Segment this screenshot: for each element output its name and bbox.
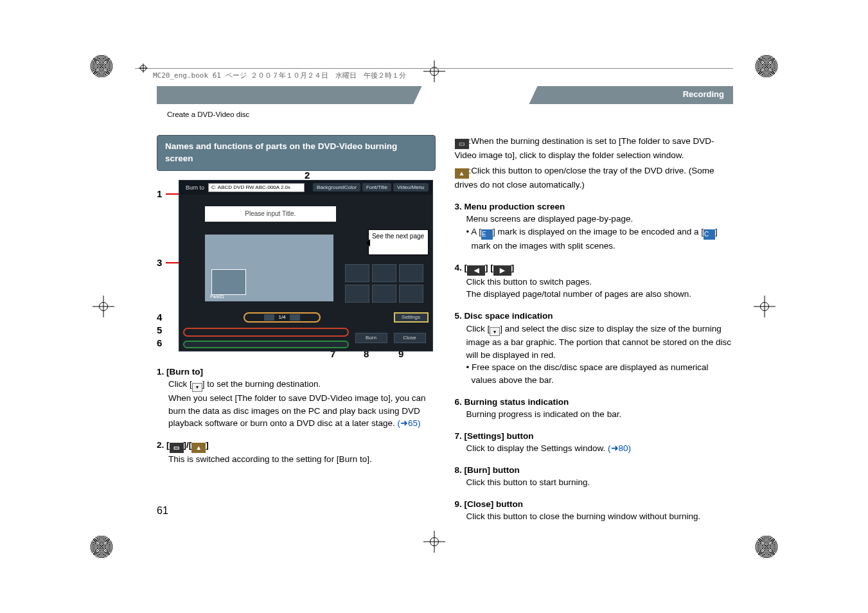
item-8-line1: Click this button to start burning. xyxy=(466,476,734,489)
burn-button[interactable]: Burn xyxy=(355,333,387,343)
layout-tile[interactable] xyxy=(345,285,369,303)
layout-tile[interactable] xyxy=(399,285,423,303)
page-body: Names and functions of parts on the DVD-… xyxy=(157,135,733,520)
item-3-bullet: • A [E] mark is displayed on the image t… xyxy=(466,226,734,253)
layout-tile[interactable] xyxy=(345,264,369,282)
layout-tile[interactable] xyxy=(399,264,423,282)
layout-tile[interactable] xyxy=(372,264,396,282)
folder-desc: ▭:When the burning destination is set to… xyxy=(455,135,734,162)
thumb-caption: Park01 xyxy=(210,294,224,299)
item-6-head: 6. Burning status indication xyxy=(455,396,734,409)
item-6-line1: Burning progress is indicated on the bar… xyxy=(466,408,734,421)
item-7-line1: Click to display the Settings window. (➜… xyxy=(466,442,734,455)
item-1-line2: When you select [The folder to save DVD-… xyxy=(168,392,436,430)
folder-icon: ▭ xyxy=(455,139,469,149)
burn-to-label: Burn to xyxy=(186,184,204,191)
item-3-head: 3. Menu production screen xyxy=(455,200,734,213)
settings-button[interactable]: Settings xyxy=(394,312,429,323)
burn-to-dropdown[interactable]: C: ABCD DVD RW ABC-000A 2.0x xyxy=(208,183,305,192)
dropdown-icon: ▾ xyxy=(490,327,500,336)
menu-thumbnail xyxy=(211,269,246,295)
page-next-icon[interactable] xyxy=(290,314,300,321)
right-column: ▭:When the burning destination is set to… xyxy=(455,135,734,520)
callout-line xyxy=(166,262,180,263)
close-button[interactable]: Close xyxy=(394,333,426,343)
banner-gap xyxy=(413,86,537,104)
item-4-line1: Click this button to switch pages. xyxy=(466,276,734,289)
item-1: 1. [Burn to] Click [▾] to set the burnin… xyxy=(157,366,436,430)
title-input[interactable]: Please input Title. xyxy=(205,206,336,222)
registration-mark-tr xyxy=(755,55,778,78)
page-right-icon: ▶ xyxy=(493,265,511,276)
item-5-bullet: • Free space on the disc/disc space are … xyxy=(466,361,734,386)
folder-icon: ▭ xyxy=(170,443,184,453)
item-8-head: 8. [Burn] button xyxy=(455,464,734,477)
shot-toolbar: Burn to C: ABCD DVD RW ABC-000A 2.0x Bac… xyxy=(179,181,432,195)
eject-icon: ▲ xyxy=(455,168,469,179)
callout-4: 4 xyxy=(157,312,162,323)
tab-bgcolor[interactable]: BackgroundColor xyxy=(313,183,360,191)
xref-80-link[interactable]: (➜80) xyxy=(608,443,631,453)
item-4: 4. [◀] [▶] Click this button to switch p… xyxy=(455,262,734,301)
disc-space-bar xyxy=(183,328,349,337)
header-filename: MC20_eng.book 61 ページ ２００７年１０月２４日 水曜日 午後２… xyxy=(153,71,406,80)
see-next-page-callout: See the next page xyxy=(368,229,429,255)
item-3: 3. Menu production screen Menu screens a… xyxy=(455,200,734,253)
menu-preview: Park01 xyxy=(205,235,333,301)
item-5-line1: Click [▾] and select the disc size to di… xyxy=(466,323,734,362)
item-9-line1: Click this button to close the burning w… xyxy=(466,510,734,523)
screenshot-figure: 1 2 3 4 5 6 7 8 9 Burn to C: ABCD DVD RW… xyxy=(157,180,436,357)
burning-status-bar xyxy=(183,341,349,348)
subsection-title: Names and functions of parts on the DVD-… xyxy=(157,135,436,171)
callout-1: 1 xyxy=(157,188,162,199)
item-8: 8. [Burn] button Click this button to st… xyxy=(455,464,734,489)
dvd-burning-screen: Burn to C: ABCD DVD RW ABC-000A 2.0x Bac… xyxy=(179,180,433,351)
crop-mark-left xyxy=(93,296,114,317)
item-2-body: This is switched according to the settin… xyxy=(168,453,436,466)
breadcrumb: Create a DVD-Video disc xyxy=(167,111,249,118)
page-switcher[interactable]: 1/4 xyxy=(244,312,321,323)
item-1-head: 1. [Burn to] xyxy=(157,366,436,378)
page-number: 61 xyxy=(157,505,168,517)
c-mark-icon: C xyxy=(704,229,715,240)
left-column: Names and functions of parts on the DVD-… xyxy=(157,135,436,520)
item-4-line2: The displayed page/total number of pages… xyxy=(466,288,734,301)
registration-mark-bl xyxy=(90,535,113,558)
section-banner-label: Recording xyxy=(683,89,724,99)
layout-tile[interactable] xyxy=(372,285,396,303)
eject-desc: ▲:Click this button to open/close the tr… xyxy=(455,164,734,191)
item-6: 6. Burning status indication Burning pro… xyxy=(455,396,734,421)
item-3-line1: Menu screens are displayed page-by-page. xyxy=(466,213,734,226)
item-2: 2. [▭]/[▲] This is switched according to… xyxy=(157,439,436,466)
item-5: 5. Disc space indication Click [▾] and s… xyxy=(455,310,734,387)
callout-3: 3 xyxy=(157,257,162,268)
crop-mark-bottom xyxy=(423,531,445,553)
header-marker-icon xyxy=(139,64,148,73)
registration-mark-br xyxy=(755,535,778,558)
item-9: 9. [Close] button Click this button to c… xyxy=(455,498,734,523)
item-9-head: 9. [Close] button xyxy=(455,498,734,511)
page-prev-icon[interactable] xyxy=(264,314,274,321)
xref-65-link[interactable]: (➜65) xyxy=(397,418,420,428)
callout-2: 2 xyxy=(305,170,310,181)
crop-mark-right xyxy=(754,296,775,317)
header-rule xyxy=(135,68,733,69)
tab-fonttitle[interactable]: Font/Title xyxy=(362,183,391,191)
shot-tabs: BackgroundColor Font/Title Video/Menu xyxy=(313,181,432,195)
e-mark-icon: E xyxy=(481,229,493,240)
layout-tiles xyxy=(345,264,429,303)
callout-6: 6 xyxy=(157,337,162,348)
callout-5: 5 xyxy=(157,324,162,335)
item-2-head: 2. [▭]/[▲] xyxy=(157,439,436,453)
dropdown-icon: ▾ xyxy=(192,383,202,392)
registration-mark-tl xyxy=(90,55,113,78)
callout-line xyxy=(166,193,180,195)
item-1-line1: Click [▾] to set the burning destination… xyxy=(168,378,436,392)
item-4-head: 4. [◀] [▶] xyxy=(455,262,734,276)
page-left-icon: ◀ xyxy=(467,265,485,276)
tab-videomenu[interactable]: Video/Menu xyxy=(393,183,429,191)
item-5-head: 5. Disc space indication xyxy=(455,310,734,323)
eject-icon: ▲ xyxy=(191,443,206,453)
pager-text: 1/4 xyxy=(278,314,285,320)
item-7-head: 7. [Settings] button xyxy=(455,430,734,443)
